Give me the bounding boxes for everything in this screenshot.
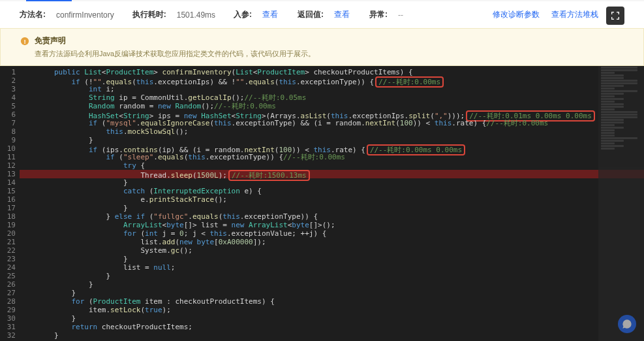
code-line: HashSet<String> ips = new HashSet<String… [20,110,644,119]
exception-value: -- [398,10,403,20]
code-line: } [20,280,644,289]
code-line: for (int j = 0; j < this.exceptionValue;… [20,229,644,238]
code-line: } [20,178,644,187]
code-line: Random random = new Random();//--耗时:0.00… [20,102,644,110]
disclaimer-notice: ! 免责声明 查看方法源码会利用Java反编译技术获取您应用指定类文件的代码，该… [0,28,644,66]
code-line: try { [20,161,644,170]
code-line: e.printStackTrace(); [20,195,644,204]
view-params-link[interactable]: 查看 [262,9,278,20]
code-line: } [20,314,644,323]
code-line: System.gc(); [20,246,644,255]
code-line: return checkoutProductItems; [20,323,644,331]
code-line: Thread.sleep(1500L);//--耗时:1500.13ms [20,170,644,178]
method-name-value: confirmInventory [56,10,114,20]
code-line: } [20,289,644,297]
code-line: item.setLock(true); [20,306,644,314]
code-line: } [20,272,644,280]
minimap[interactable] [598,66,644,341]
help-bubble[interactable] [618,315,636,333]
expand-button[interactable] [606,7,624,25]
code-line: if ("mysql".equalsIgnoreCase(this.except… [20,119,644,127]
code-line: if ("sleep".equals(this.exceptionType)) … [20,153,644,161]
exec-time-label: 执行耗时: [132,9,166,20]
code-viewer: 1234567891011121314151617181920212223242… [0,66,644,341]
code-line: } [20,136,644,144]
line-gutter: 1234567891011121314151617181920212223242… [0,66,20,341]
code-line: if (ips.contains(ip) && (i = random.next… [20,144,644,153]
return-label: 返回值: [298,9,324,20]
code-line: list.add(new byte[0xA00000]); [20,238,644,246]
code-line: } [20,204,644,212]
code-line: this.mockSlowSql(); [20,127,644,136]
code-line: String ip = CommonUtil.getLocalIp();//--… [20,93,644,102]
code-line: ArrayList<byte[]> list = new ArrayList<b… [20,221,644,229]
exec-time-value: 1501.49ms [177,10,215,20]
code-line: catch (InterruptedException e) { [20,187,644,195]
code-line: if (!"".equals(this.exceptionIps) && !""… [20,76,644,85]
code-line: public List<ProductItem> confirmInventor… [20,68,644,76]
notice-desc: 查看方法源码会利用Java反编译技术获取您应用指定类文件的代码，该代码仅用于展示… [35,49,624,59]
svg-text:!: ! [23,38,25,45]
modify-params-link[interactable]: 修改诊断参数 [493,9,540,20]
info-icon: ! [20,37,29,46]
params-label: 入参: [234,9,252,20]
code-line: } else if ("fullgc".equals(this.exceptio… [20,212,644,221]
code-line: list = null; [20,263,644,272]
info-header: 方法名: confirmInventory 执行耗时: 1501.49ms 入参… [0,1,644,28]
view-stack-link[interactable]: 查看方法堆栈 [551,9,598,20]
exception-label: 异常: [369,9,388,20]
method-name-label: 方法名: [20,9,46,20]
expand-icon [610,10,621,21]
code-line: } [20,255,644,263]
view-return-link[interactable]: 查看 [334,9,350,20]
code-content[interactable]: public List<ProductItem> confirmInventor… [20,66,644,341]
chat-icon [622,319,632,329]
code-line: int i; [20,85,644,93]
code-line: for (ProductItem item : checkoutProductI… [20,297,644,306]
code-line: } [20,331,644,340]
notice-title: 免责声明 [35,35,624,46]
